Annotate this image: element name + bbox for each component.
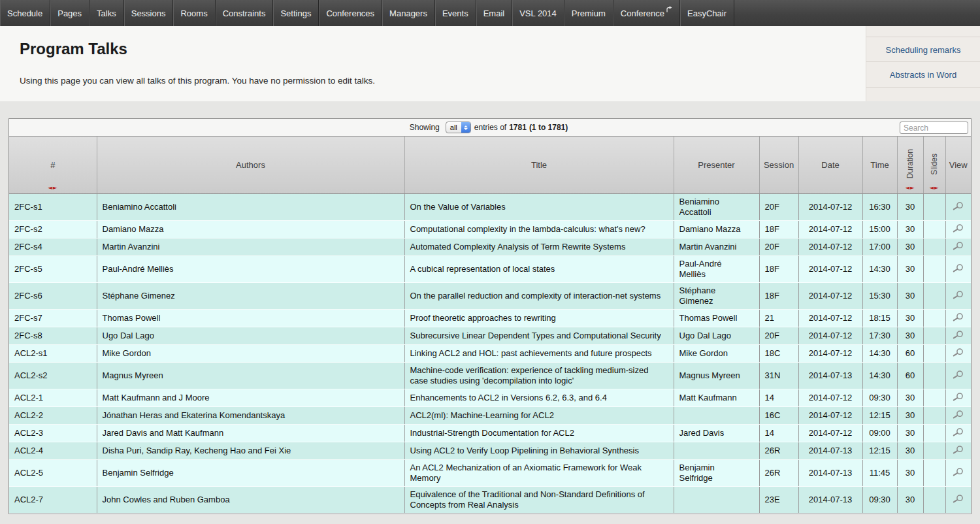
view-talk-icon[interactable] xyxy=(953,290,964,299)
view-talk-icon[interactable] xyxy=(953,330,964,339)
nav-tab-label: Pages xyxy=(57,8,82,18)
presenter-cell xyxy=(674,487,759,514)
time-cell: 17:00 xyxy=(862,238,897,256)
col-label-view: View xyxy=(949,160,968,170)
col-header-date[interactable]: Date xyxy=(798,137,862,194)
nav-tab-label: VSL 2014 xyxy=(519,8,557,18)
view-cell xyxy=(945,194,971,221)
col-header-time[interactable]: Time xyxy=(862,137,897,194)
presenter-cell: Paul-André Melliès xyxy=(674,256,759,283)
nav-tab-vsl-2014[interactable]: VSL 2014 xyxy=(512,0,564,26)
table-row: ACL2-2Jónathan Heras and Ekaterina Komen… xyxy=(9,407,971,425)
nav-tab-label: Rooms xyxy=(180,8,207,18)
talk-id-cell: 2FC-s7 xyxy=(9,310,97,327)
col-header-authors[interactable]: Authors xyxy=(97,137,404,194)
slides-cell xyxy=(923,425,945,442)
talk-id-cell: ACL2-s1 xyxy=(9,345,97,363)
col-header-slides[interactable]: Slides ◄► xyxy=(923,137,945,194)
view-cell xyxy=(945,363,971,389)
view-cell xyxy=(945,310,971,327)
nav-tab-email[interactable]: Email xyxy=(476,0,513,26)
nav-tab-label: Schedule xyxy=(7,8,42,18)
authors-cell: Disha Puri, Sandip Ray, Kecheng Hao and … xyxy=(97,442,404,460)
talk-id-cell: ACL2-5 xyxy=(9,460,97,487)
view-talk-icon[interactable] xyxy=(953,348,964,357)
presenter-cell: Mike Gordon xyxy=(674,345,759,363)
nav-tab-talks[interactable]: Talks xyxy=(90,0,124,26)
view-cell xyxy=(945,238,971,256)
session-cell: 20F xyxy=(759,327,798,345)
slides-cell xyxy=(923,442,945,460)
entries-count-select[interactable]: all xyxy=(446,122,471,133)
view-talk-icon[interactable] xyxy=(953,370,964,379)
nav-tab-managers[interactable]: Managers xyxy=(382,0,435,26)
nav-tab-easychair[interactable]: EasyChair xyxy=(680,0,734,26)
talks-table-container: Showing all entries of 1781 (1 to 1781) … xyxy=(8,118,972,514)
sort-arrows-icon[interactable]: ◄► xyxy=(9,184,97,191)
slides-cell xyxy=(923,221,945,238)
nav-tab-events[interactable]: Events xyxy=(435,0,476,26)
col-header-session[interactable]: Session xyxy=(759,137,798,194)
col-header-id[interactable]: # ◄► xyxy=(9,137,97,194)
nav-tab-label: Email xyxy=(483,8,505,18)
presenter-cell: Benjamin Selfridge xyxy=(674,460,759,487)
view-cell xyxy=(945,425,971,442)
talks-table-body: 2FC-s1Beniamino AccattoliOn the Value of… xyxy=(9,194,971,514)
view-talk-icon[interactable] xyxy=(953,223,964,233)
view-talk-icon[interactable] xyxy=(953,263,964,272)
view-talk-icon[interactable] xyxy=(953,494,964,503)
nav-tab-conference[interactable]: Conference xyxy=(613,0,680,26)
slides-cell xyxy=(923,460,945,487)
entries-total: 1781 xyxy=(509,123,527,132)
time-cell: 11:45 xyxy=(862,460,897,487)
title-cell: Equivalence of the Traditional and Non-S… xyxy=(404,487,674,514)
slides-cell xyxy=(923,310,945,327)
sort-arrows-icon[interactable]: ◄► xyxy=(898,184,923,191)
view-talk-icon[interactable] xyxy=(953,241,964,250)
table-row: ACL2-3Jared Davis and Matt KaufmannIndus… xyxy=(9,425,971,442)
view-talk-icon[interactable] xyxy=(953,445,964,454)
col-label-title: Title xyxy=(531,160,547,170)
col-label-authors: Authors xyxy=(236,160,265,170)
presenter-cell: Ugo Dal Lago xyxy=(674,327,759,345)
nav-tab-label: EasyChair xyxy=(687,8,727,18)
nav-tab-pages[interactable]: Pages xyxy=(50,0,90,26)
date-cell: 2014-07-12 xyxy=(798,194,862,221)
col-label-presenter: Presenter xyxy=(698,160,734,170)
nav-tab-settings[interactable]: Settings xyxy=(273,0,319,26)
search-input[interactable] xyxy=(900,122,968,134)
nav-tab-premium[interactable]: Premium xyxy=(564,0,613,26)
col-header-presenter[interactable]: Presenter xyxy=(674,137,759,194)
duration-cell: 30 xyxy=(897,283,923,310)
top-navigation: SchedulePagesTalksSessionsRoomsConstrain… xyxy=(0,0,980,26)
session-cell: 16C xyxy=(759,407,798,425)
nav-tab-sessions[interactable]: Sessions xyxy=(124,0,174,26)
view-talk-icon[interactable] xyxy=(953,201,964,210)
side-menu-item-scheduling-remarks[interactable]: Scheduling remarks xyxy=(866,37,980,62)
presenter-cell: Beniamino Accattoli xyxy=(674,194,759,221)
page-header-main: Program Talks Using this page you can vi… xyxy=(0,26,866,101)
talk-id-cell: ACL2-7 xyxy=(9,487,97,514)
view-cell xyxy=(945,256,971,283)
nav-tab-constraints[interactable]: Constraints xyxy=(216,0,274,26)
title-cell: ACL2(ml): Machine-Learning for ACL2 xyxy=(404,407,674,425)
col-header-duration[interactable]: Duration ◄► xyxy=(897,137,923,194)
nav-tab-rooms[interactable]: Rooms xyxy=(173,0,215,26)
sort-arrows-icon[interactable]: ◄► xyxy=(924,184,945,191)
view-talk-icon[interactable] xyxy=(953,312,964,321)
table-row: 2FC-s6Stéphane GimenezOn the parallel re… xyxy=(9,283,971,310)
date-cell: 2014-07-12 xyxy=(798,310,862,327)
col-label-date: Date xyxy=(821,160,839,170)
col-header-title[interactable]: Title xyxy=(404,137,674,194)
entries-of-label: entries of xyxy=(474,123,506,132)
presenter-cell xyxy=(674,407,759,425)
view-talk-icon[interactable] xyxy=(953,427,964,436)
time-cell: 12:15 xyxy=(862,442,897,460)
nav-tab-schedule[interactable]: Schedule xyxy=(0,0,50,26)
nav-tab-conferences[interactable]: Conferences xyxy=(319,0,382,26)
view-talk-icon[interactable] xyxy=(953,410,964,419)
view-talk-icon[interactable] xyxy=(953,467,964,476)
side-menu-item-abstracts-in-word[interactable]: Abstracts in Word xyxy=(866,62,980,88)
view-talk-icon[interactable] xyxy=(953,392,964,401)
session-cell: 23E xyxy=(759,487,798,514)
